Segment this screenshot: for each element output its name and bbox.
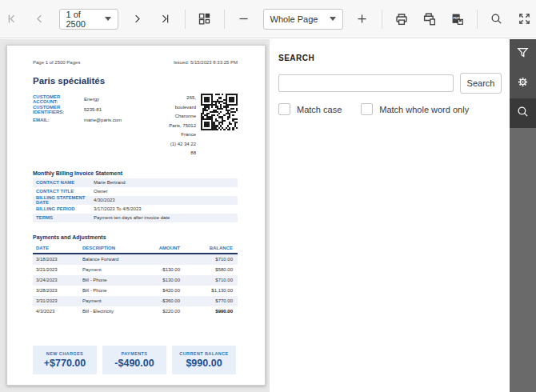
next-page-button[interactable] [129,9,146,30]
zoom-in-button[interactable] [354,9,371,30]
settings-button[interactable] [510,69,536,98]
printer-pages-icon [422,12,437,26]
table-row: 3/28/2023 Bill - Phone $420.00 $1,130.00 [33,286,238,296]
doc-title: Paris spécialités [33,76,238,86]
zoom-level-value: Whole Page [270,14,318,24]
thumbnails-icon [198,12,211,26]
document-viewer-app: 1 of 2500 Whole Page [0,0,536,392]
detail-row: BILLING PERIOD 3/17/2023 To 4/5/2023 [33,205,238,214]
zoom-out-button[interactable] [235,9,253,30]
match-whole-word-label: Match whole word only [379,105,469,114]
search-panel: SEARCH Search Match case Match whole wor… [270,39,510,392]
last-page-icon [159,13,171,25]
filter-button[interactable] [510,39,536,69]
toolbar-divider [477,10,478,29]
match-whole-word-checkbox[interactable] [361,103,373,115]
search-button[interactable]: Search [460,73,502,94]
match-case-label: Match case [297,105,342,114]
page-number-value: 1 of 2500 [66,10,100,29]
balance-summary: NEW CHARGES +$770.00 PAYMENTS -$490.00 C… [33,346,238,374]
gear-icon [516,75,530,92]
statement-heading: Monthly Billing Invoice Statement [33,170,238,176]
next-page-icon [131,13,143,25]
print-button[interactable] [393,9,410,30]
summary-current-balance: CURRENT BALANCE $990.00 [172,346,236,374]
document-viewer-canvas[interactable]: Page 1 of 2500 Pages Issued: 5/15/2023 8… [0,39,270,392]
first-page-button[interactable] [3,9,21,30]
table-row: 3/21/2023 Payment -$130.00 $580.00 [33,265,238,275]
toolbar-divider [382,10,382,29]
toolbar-search-button[interactable] [488,9,506,30]
chevron-down-icon [105,17,111,21]
print-all-button[interactable] [421,9,438,30]
doc-issued-date: Issued: 5/15/2023 8:33:25 PM [174,60,238,65]
qr-code [201,94,238,130]
fullscreen-icon [518,12,531,26]
previous-page-icon [34,13,46,25]
payments-table-header: DATE DESCRIPTION AMOUNT BALANCE [33,243,238,254]
page-number-select[interactable]: 1 of 2500 [59,9,118,30]
search-tab-button[interactable] [510,98,536,128]
table-row: 3/24/2023 Bill - Phone $130.00 $710.00 [33,275,238,286]
doc-page-info: Page 1 of 2500 Pages [33,60,80,65]
search-panel-title: SEARCH [278,54,502,62]
match-case-checkbox[interactable] [278,103,290,115]
chevron-down-icon [330,17,336,21]
customer-field: EMAIL: marie@paris.com [33,114,167,125]
table-row: 3/18/2023 Balance Forward $710.00 [33,254,238,265]
customer-block: CUSTOMER ACCOUNT: Energy CUSTOMER IDENTI… [33,94,238,158]
payments-table: DATE DESCRIPTION AMOUNT BALANCE 3/18/202… [33,243,238,317]
document-page: Page 1 of 2500 Pages Issued: 5/15/2023 8… [6,45,266,386]
table-row: 4/3/2023 Bill - Electricity $220.00 $990… [33,306,238,317]
search-icon [490,12,503,26]
printer-icon [394,12,409,26]
detail-row: CONTACT NAME Marie Bertrand [33,178,238,187]
first-page-icon [6,13,18,25]
summary-payments: PAYMENTS -$490.00 [102,346,166,374]
detail-row: BILLING STATEMENT DATE 4/30/2023 [33,196,238,205]
search-input[interactable] [278,74,454,92]
customer-field: CUSTOMER ACCOUNT: Energy [33,94,167,104]
customer-address: 265, boulevard Charonne Paris, 75012 Fra… [167,94,201,158]
export-pdf-button[interactable]: PDF [449,9,466,30]
thumbnails-button[interactable] [196,9,214,30]
zoom-out-icon [238,13,250,25]
detail-row: CONTACT TITLE Owner [33,187,238,196]
search-icon [516,105,530,122]
toolbar-divider [185,10,186,29]
summary-new-charges: NEW CHARGES +$770.00 [33,346,97,374]
toolbar-divider [224,10,225,29]
zoom-level-select[interactable]: Whole Page [263,9,343,30]
customer-field: CUSTOMER IDENTIFIERS: 5235-81 [33,104,167,114]
filter-icon [516,46,530,62]
last-page-button[interactable] [157,9,174,30]
table-row: 3/31/2023 Payment -$360.00 $770.00 [33,296,238,306]
toolbar: 1 of 2500 Whole Page [0,0,536,38]
pdf-save-icon: PDF [450,12,465,26]
payments-heading: Payments and Adjustments [33,234,238,240]
right-sidebar [510,39,536,392]
fullscreen-button[interactable] [516,9,534,30]
detail-row: TERMS Payment ten days after invoice dat… [33,214,238,222]
statement-details: CONTACT NAME Marie Bertrand CONTACT TITL… [33,178,238,222]
previous-page-button[interactable] [31,9,49,30]
zoom-in-icon [356,13,368,25]
